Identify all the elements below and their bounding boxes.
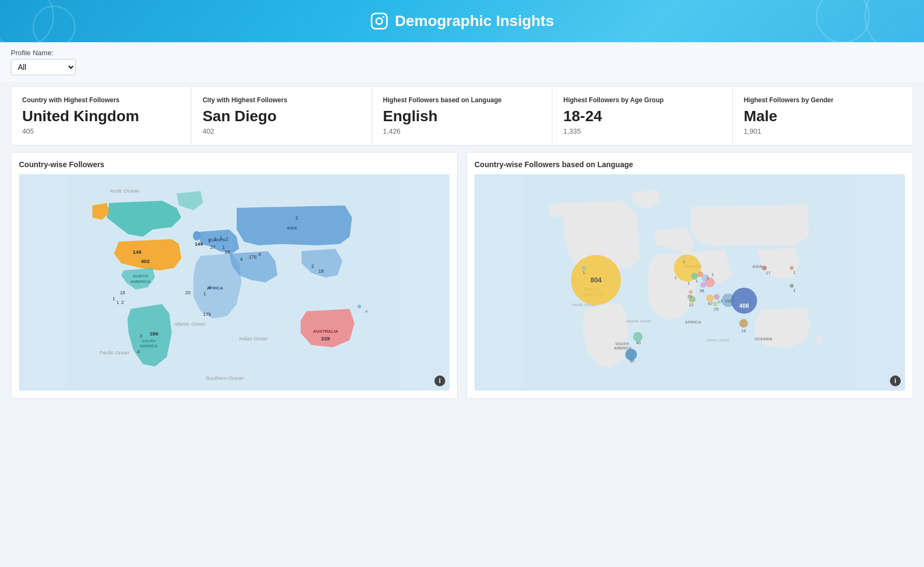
- svg-text:SOUTH: SOUTH: [615, 341, 629, 346]
- map1-info-icon[interactable]: i: [434, 375, 445, 386]
- svg-text:18: 18: [120, 290, 125, 295]
- stat-label-city: City with Highest Followers: [202, 96, 360, 104]
- svg-text:AUSTRALIA: AUSTRALIA: [313, 329, 338, 334]
- svg-text:2: 2: [226, 236, 228, 241]
- svg-text:4: 4: [208, 284, 211, 289]
- stat-value-age: 18-24: [563, 108, 721, 125]
- svg-text:402: 402: [141, 258, 150, 264]
- stat-count-language: 1,426: [383, 127, 541, 135]
- stat-value-language: English: [383, 108, 541, 125]
- svg-text:16: 16: [741, 328, 746, 333]
- svg-text:1: 1: [793, 288, 796, 293]
- svg-text:804: 804: [590, 276, 602, 284]
- svg-point-78: [740, 319, 748, 327]
- svg-text:NORTH: NORTH: [133, 274, 148, 279]
- svg-point-92: [682, 255, 686, 259]
- svg-text:Indian Ocean: Indian Ocean: [239, 335, 268, 341]
- svg-text:2: 2: [121, 300, 124, 305]
- svg-text:1: 1: [583, 270, 585, 275]
- map2-info-icon[interactable]: i: [890, 375, 901, 386]
- stat-value-gender: Male: [744, 108, 902, 125]
- svg-text:4: 4: [258, 252, 261, 257]
- stat-card-gender: Highest Followers by Gender Male 1,901: [733, 87, 913, 145]
- map-container-language: NORTH AMERICA Pacific Ocean Atlantic Oce…: [474, 174, 905, 391]
- svg-text:Atlantic Ocean: Atlantic Ocean: [626, 319, 651, 324]
- svg-rect-0: [372, 14, 387, 29]
- map-panel-country: Country-wise Followers Arctic Ocean Paci…: [11, 152, 458, 399]
- svg-text:1: 1: [113, 296, 115, 301]
- svg-point-1: [376, 18, 382, 24]
- svg-text:4: 4: [137, 348, 140, 354]
- map-container-country: Arctic Ocean Pacific Ocean Atlantic Ocea…: [19, 174, 450, 391]
- header: Demographic Insights: [0, 0, 924, 42]
- svg-text:18: 18: [319, 268, 324, 274]
- svg-text:OCEANIA: OCEANIA: [755, 337, 773, 341]
- svg-text:Southern Ocean: Southern Ocean: [206, 375, 244, 381]
- svg-text:20: 20: [185, 290, 190, 295]
- svg-text:1: 1: [696, 279, 698, 284]
- svg-text:2: 2: [311, 263, 314, 269]
- svg-text:Pacific Ocean: Pacific Ocean: [100, 350, 129, 355]
- svg-text:1: 1: [222, 245, 225, 250]
- stat-label-gender: Highest Followers by Gender: [744, 96, 902, 104]
- svg-text:38: 38: [699, 288, 704, 293]
- svg-text:EUROPE: EUROPE: [209, 238, 226, 242]
- profile-name-label: Profile Name:: [11, 49, 913, 57]
- svg-point-88: [790, 284, 794, 287]
- svg-text:186: 186: [149, 331, 159, 337]
- svg-text:1: 1: [688, 281, 690, 286]
- stat-count-country: 405: [22, 127, 180, 135]
- svg-text:17: 17: [718, 299, 723, 304]
- svg-text:Arctic Ocean: Arctic Ocean: [109, 188, 140, 194]
- stat-count-gender: 1,901: [744, 127, 902, 135]
- svg-point-102: [790, 266, 794, 270]
- svg-point-2: [382, 16, 384, 18]
- stat-value-city: San Diego: [202, 108, 360, 125]
- svg-text:SOUTH: SOUTH: [142, 339, 155, 344]
- stat-label-age: Highest Followers by Age Group: [563, 96, 721, 104]
- svg-text:150: 150: [724, 299, 732, 304]
- uk: [193, 231, 201, 241]
- stat-label-country: Country with Highest Followers: [22, 96, 180, 104]
- svg-text:144: 144: [195, 241, 203, 246]
- svg-point-94: [689, 290, 692, 294]
- svg-point-90: [582, 266, 586, 270]
- svg-text:1: 1: [683, 259, 685, 263]
- svg-text:22: 22: [689, 302, 694, 307]
- svg-text:1: 1: [793, 270, 796, 275]
- profile-section: Profile Name: All Profile 1 Profile 2: [0, 42, 924, 82]
- svg-point-86: [762, 266, 767, 271]
- stat-count-age: 1,335: [563, 127, 721, 135]
- map-title-country: Country-wise Followers: [19, 160, 450, 169]
- header-title-container: Demographic Insights: [0, 12, 924, 30]
- stats-row: Country with Highest Followers United Ki…: [11, 86, 913, 146]
- svg-text:AMERICA: AMERICA: [140, 344, 157, 348]
- svg-text:176: 176: [249, 254, 257, 259]
- svg-text:2: 2: [295, 215, 298, 221]
- stat-card-city: City with Highest Followers San Diego 40…: [192, 87, 372, 145]
- svg-text:1: 1: [203, 291, 206, 296]
- svg-text:1: 1: [707, 275, 709, 280]
- svg-point-47: [365, 309, 368, 312]
- svg-text:179: 179: [203, 312, 211, 317]
- stat-card-language: Highest Followers based on Language Engl…: [372, 87, 552, 145]
- svg-text:67: 67: [708, 301, 713, 306]
- svg-text:17: 17: [765, 271, 770, 275]
- svg-point-96: [713, 301, 718, 306]
- svg-text:1: 1: [220, 235, 222, 240]
- svg-text:ASIA: ASIA: [753, 264, 763, 269]
- svg-text:146: 146: [133, 248, 142, 254]
- choropleth-map: Arctic Ocean Pacific Ocean Atlantic Ocea…: [19, 174, 450, 391]
- svg-text:25: 25: [714, 307, 718, 312]
- russia-region: ASIA 2: [236, 206, 352, 246]
- svg-text:1: 1: [675, 275, 677, 280]
- svg-text:Atlantic Ocean: Atlantic Ocean: [174, 321, 206, 327]
- stat-card-age: Highest Followers by Age Group 18-24 1,3…: [552, 87, 732, 145]
- svg-text:408: 408: [740, 302, 749, 309]
- svg-text:AFRICA: AFRICA: [685, 319, 701, 324]
- instagram-icon: [370, 12, 388, 30]
- svg-text:ASIA: ASIA: [287, 226, 297, 230]
- profile-name-select[interactable]: All Profile 1 Profile 2: [11, 59, 76, 75]
- svg-text:1: 1: [208, 238, 210, 243]
- svg-text:1: 1: [116, 300, 119, 305]
